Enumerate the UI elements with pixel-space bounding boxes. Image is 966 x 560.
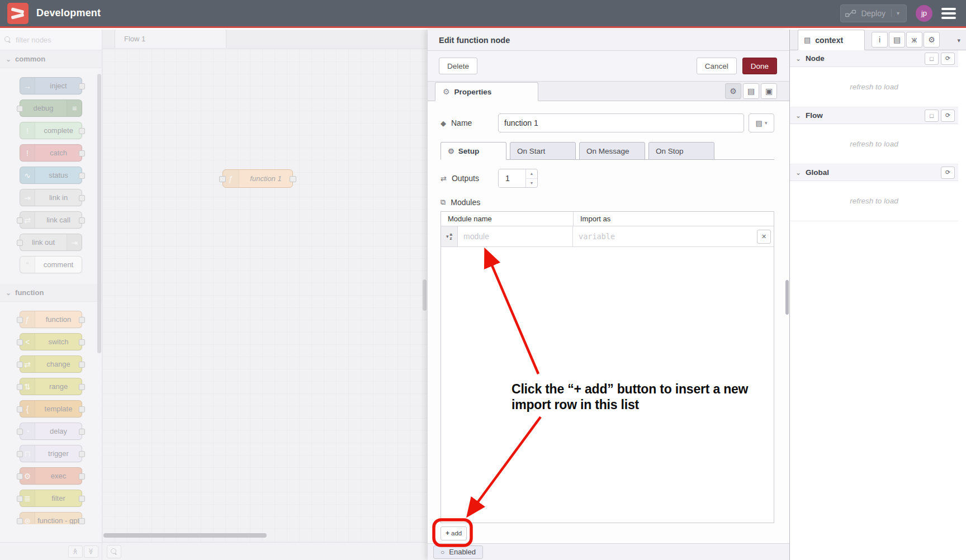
filter-nodes-input[interactable] bbox=[15, 35, 82, 45]
modules-table-header: Module name Import as bbox=[441, 212, 774, 226]
modules-table: Module name Import as ▾ az ✕ bbox=[441, 211, 774, 523]
palette-node-change[interactable]: ⇄ change bbox=[20, 355, 82, 373]
sidebar-menu-caret-icon[interactable]: ▾ bbox=[957, 37, 960, 44]
palette-node-exec[interactable]: ⚙ exec bbox=[20, 467, 82, 485]
label-style-button[interactable]: ▤▾ bbox=[749, 113, 774, 132]
tab-on-message[interactable]: On Message bbox=[579, 142, 645, 160]
document-icon: ▤ bbox=[747, 87, 755, 96]
app-title: Development bbox=[36, 7, 101, 19]
row-drag-handle[interactable]: ▾ az bbox=[441, 226, 458, 246]
add-module-button[interactable]: + add bbox=[441, 526, 467, 540]
enabled-toggle[interactable]: ○ Enabled bbox=[433, 545, 483, 559]
chevron-down-icon: ⌄ bbox=[6, 57, 11, 61]
tab-on-start[interactable]: On Start bbox=[510, 142, 576, 160]
main-menu-icon[interactable] bbox=[941, 8, 956, 19]
canvas-zoom-button[interactable] bbox=[107, 545, 121, 558]
chevron-down-icon[interactable]: ⌄ bbox=[795, 170, 801, 175]
node-type-icon: ⇅ bbox=[20, 378, 35, 395]
palette-node-trigger[interactable]: ⊓ trigger bbox=[20, 445, 82, 462]
node-type-icon: ⊓ bbox=[20, 445, 35, 462]
delete-button[interactable]: Delete bbox=[439, 58, 477, 74]
description-button[interactable]: ▤ bbox=[743, 83, 759, 99]
refresh-button[interactable]: ⟳ bbox=[941, 53, 955, 65]
name-input[interactable] bbox=[498, 113, 744, 132]
refresh-button[interactable]: ⟳ bbox=[941, 110, 955, 122]
canvas-grid[interactable] bbox=[102, 49, 428, 542]
palette-node-inject[interactable]: → inject bbox=[20, 77, 82, 94]
palette-node-debug[interactable]: ≡ debug bbox=[20, 99, 82, 117]
outputs-spinner: ▲ ▼ bbox=[498, 169, 538, 188]
deploy-button[interactable]: Deploy ▾ bbox=[840, 4, 907, 22]
done-button[interactable]: Done bbox=[742, 58, 777, 74]
remove-row-button[interactable]: ✕ bbox=[757, 230, 771, 244]
palette-section-common[interactable]: ⌄ common bbox=[0, 50, 102, 68]
palette-node-link-call[interactable]: ⇄ link call bbox=[20, 211, 82, 229]
palette-node-filter[interactable]: ≣ filter bbox=[20, 490, 82, 507]
canvas-horizontal-scrollbar[interactable] bbox=[103, 533, 267, 538]
open-in-window-button[interactable]: □ bbox=[925, 110, 939, 122]
outputs-input[interactable] bbox=[499, 169, 525, 187]
user-avatar[interactable]: jp bbox=[916, 5, 932, 22]
flow-tab[interactable]: Flow 1 bbox=[115, 30, 226, 48]
context-section-header: ⌄ Flow □ ⟳ bbox=[790, 107, 958, 124]
palette-node-link-out[interactable]: ⇥ link out bbox=[20, 234, 82, 251]
open-in-window-button[interactable]: □ bbox=[925, 53, 939, 65]
canvas-vertical-scrollbar[interactable] bbox=[423, 279, 427, 311]
context-panel: ⌄ Node □ ⟳ refresh to load ⌄ Flow bbox=[790, 50, 966, 560]
palette-node-delay[interactable]: ◔ delay bbox=[20, 423, 82, 440]
palette-node-template[interactable]: { template bbox=[20, 400, 82, 417]
palette-node-function-gpt[interactable]: ⊛ function - gpt bbox=[20, 512, 82, 524]
node-label: filter bbox=[35, 490, 82, 506]
palette-node-catch[interactable]: ! catch bbox=[20, 144, 82, 162]
refresh-icon: ⟳ bbox=[945, 169, 950, 176]
tab-context[interactable]: ▤ context bbox=[798, 30, 865, 50]
edit-properties-button[interactable]: ⚙ bbox=[725, 83, 741, 99]
chevron-down-icon[interactable]: ⌄ bbox=[795, 56, 801, 61]
name-row: ◆ Name ▤▾ bbox=[441, 113, 774, 132]
expand-all-button[interactable]: ≫ bbox=[84, 545, 98, 558]
sidebar-tool-debug-messages[interactable]: ж bbox=[906, 32, 922, 48]
node-label: debug bbox=[20, 100, 67, 116]
import-as-input[interactable] bbox=[573, 232, 757, 241]
collapse-all-button[interactable]: ≫ bbox=[68, 545, 83, 558]
tray-footer: ○ Enabled bbox=[428, 543, 789, 560]
palette-section-label: function bbox=[15, 288, 44, 297]
palette-node-comment[interactable]: “ comment bbox=[20, 256, 82, 273]
context-section-header: ⌄ Global □ ⟳ bbox=[790, 164, 958, 181]
palette-node-complete[interactable]: ! complete bbox=[20, 122, 82, 139]
palette-search bbox=[0, 30, 102, 50]
tab-setup[interactable]: ⚙ Setup bbox=[441, 142, 506, 160]
appearance-button[interactable]: ▣ bbox=[761, 83, 777, 99]
gear-icon: ⚙ bbox=[448, 147, 454, 155]
tab-on-stop[interactable]: On Stop bbox=[648, 142, 714, 160]
cancel-button[interactable]: Cancel bbox=[697, 58, 737, 74]
sidebar-tool-info[interactable]: i bbox=[872, 32, 888, 48]
canvas-node-function-1[interactable]: ƒ function 1 bbox=[222, 169, 293, 188]
function-icon: ƒ bbox=[223, 170, 239, 187]
node-label: link out bbox=[20, 234, 67, 250]
tray-scrollbar[interactable] bbox=[785, 280, 789, 315]
tool-icon: ж bbox=[912, 35, 917, 44]
palette-node-function[interactable]: ƒ function bbox=[20, 311, 82, 328]
palette-node-status[interactable]: ∿ status bbox=[20, 167, 82, 184]
sidebar-tool-help-docs[interactable]: ▤ bbox=[889, 32, 905, 48]
deploy-caret-icon[interactable]: ▾ bbox=[891, 9, 902, 17]
palette-node-link-in[interactable]: ⇥ link in bbox=[20, 189, 82, 206]
palette-scrollbar[interactable] bbox=[97, 74, 101, 353]
spinner-up-button[interactable]: ▲ bbox=[526, 169, 537, 179]
palette-node-list-common: → inject ≡ debug ! complete ! catch bbox=[0, 68, 102, 284]
context-section-node: ⌄ Node □ ⟳ refresh to load bbox=[790, 50, 958, 107]
node-type-icon: ⇥ bbox=[20, 189, 35, 206]
tab-properties[interactable]: ⚙ Properties bbox=[435, 82, 538, 101]
node-type-icon: ≣ bbox=[20, 490, 35, 506]
flow-canvas[interactable]: Flow 1 ƒ function 1 bbox=[102, 30, 428, 542]
module-name-input[interactable] bbox=[458, 226, 572, 246]
chevron-down-icon[interactable]: ⌄ bbox=[795, 113, 801, 118]
spinner-down-button[interactable]: ▼ bbox=[526, 179, 537, 188]
refresh-button[interactable]: ⟳ bbox=[941, 167, 955, 179]
palette-node-range[interactable]: ⇅ range bbox=[20, 378, 82, 395]
magnifier-icon bbox=[111, 548, 117, 555]
palette-section-function[interactable]: ⌄ function bbox=[0, 284, 102, 302]
palette-node-switch[interactable]: < switch bbox=[20, 333, 82, 350]
sidebar-tool-config-nodes[interactable]: ⚙ bbox=[924, 32, 940, 48]
